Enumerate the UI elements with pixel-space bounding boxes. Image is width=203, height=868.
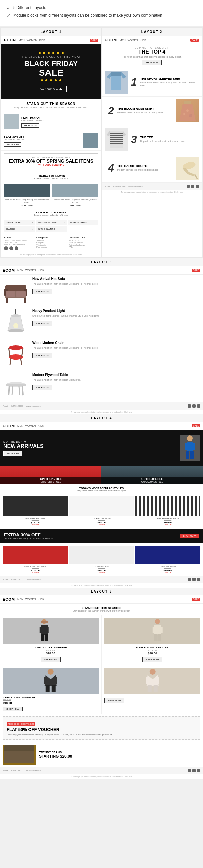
tshirt-image-3 (135, 546, 200, 564)
sofa-shop-button[interactable]: SHOP NOW (32, 289, 52, 294)
svg-rect-64 (44, 677, 47, 684)
layout2-nav-kids[interactable]: KIDS (140, 38, 146, 41)
svg-line-41 (22, 385, 23, 396)
svg-line-40 (8, 385, 9, 396)
layout2-nav-men[interactable]: MEN (120, 38, 125, 41)
svg-rect-59 (152, 627, 155, 633)
promo1-off: FLAT 30% OFF (22, 116, 98, 119)
layout5-nav-women[interactable]: WOMEN (25, 598, 36, 601)
layout4-nav-kids[interactable]: KIDS (37, 425, 44, 427)
tshirt-price-3: $100.00 (135, 569, 200, 572)
promo2-shop-button[interactable]: SHOP NOW (4, 142, 22, 147)
l3-facebook-icon (188, 404, 191, 408)
layout2-footer-about: About (105, 185, 110, 187)
layout4-shoes: UPTO 50% OFF ON SPORT SHOES UPTO 50% OFF… (0, 466, 203, 484)
tee-svg (105, 128, 128, 151)
layout1-sale-badge: SALE (90, 38, 98, 41)
layout3-nav-kids[interactable]: KIDS (37, 269, 44, 272)
layout4-styles: Vera Mode Shift Dress $295.00 $100.00 20… (0, 494, 203, 528)
twitter-icon (9, 247, 13, 250)
layout3-footer-phone: 0124-6128000 (10, 405, 23, 407)
denim-shop-button[interactable]: SHOP NOW (3, 451, 22, 456)
table-shop-button[interactable]: SHOP NOW (32, 385, 52, 390)
cat-item-2[interactable]: TROUSERS & JEANS › (36, 220, 66, 225)
layout4-sale-badge: SALE (192, 425, 200, 427)
new-product-2-shop[interactable]: SHOP NOW (52, 205, 98, 207)
layout5-nav-kids[interactable]: KIDS (37, 598, 44, 601)
bf-title: BLACK FRIDAY (5, 60, 97, 67)
layout1-footer-cats: Categories Software Gadgets TV & Audio P… (36, 236, 66, 250)
layout2-nav-women[interactable]: WOMEN (127, 38, 138, 41)
table-info: Modern Plywood Table The Latest Addition… (32, 373, 200, 390)
chair-shop-button[interactable]: SHOP NOW (32, 353, 52, 358)
cat-item-4[interactable]: BLAZERS › (4, 226, 35, 232)
product2-name: THE BLOOM ROSE SKIRT (117, 107, 173, 111)
svg-point-7 (183, 113, 185, 115)
svg-rect-55 (45, 634, 48, 641)
layout1-standout: STAND OUT THIS SEASON Stay ahead of the … (1, 99, 101, 112)
l5-product1-shop-button[interactable]: SHOP NOW (40, 657, 61, 662)
summer-shop-button[interactable]: SHOP NOW (142, 60, 162, 65)
svg-rect-66 (46, 685, 50, 692)
l5-standout-title: STAND OUT THIS SEASON (3, 606, 200, 610)
extra30-button[interactable]: SHOP NOW (180, 533, 199, 538)
layout4-col: ECOM MEN WOMEN KIDS SALE DO THE DENIM NE… (0, 422, 203, 588)
layout3-nav-women[interactable]: WOMEN (25, 269, 36, 272)
svg-line-43 (19, 386, 20, 396)
main-wrapper: ✓ 5 Different Layouts ✓ Module blocks fr… (0, 0, 203, 779)
pendant-shop-button[interactable]: SHOP NOW (32, 321, 52, 326)
layout1-hero: THE BIGGEST SALE OF THE YEAR BLACK FRIDA… (1, 44, 101, 99)
spring-sale-extra: EXTRA 30% OFF SPRING SALE ITEMS (7, 158, 95, 164)
chair-name: Wood Modern Chair (32, 341, 200, 345)
layout3-product-2: Heavy Pendant Light Shop our So Items . … (0, 307, 203, 338)
layout1-footer-address: ECOM No.123, Test Tower Street,New York,… (4, 236, 34, 250)
promo1-text: FLAT 30% OFF ON CASUAL SHIRTS SHOP NOW (22, 116, 98, 127)
layout3-footer-site: cavewebsim.com (26, 405, 41, 407)
layout4-nav-men[interactable]: MEN (18, 425, 23, 427)
layout3-nav-men[interactable]: MEN (18, 269, 23, 272)
promo1-shop-button[interactable]: SHOP NOW (22, 123, 39, 127)
layout1-nav-kids[interactable]: KIDS (39, 38, 45, 41)
bulb-7 (41, 80, 43, 82)
layout1-nav-men[interactable]: MEN (19, 38, 25, 41)
layout2-sale-badge: SALE (191, 38, 199, 41)
style-off-2: 20% Off (69, 524, 134, 526)
cat-item-5[interactable]: SUITS & BLAZERS › (36, 226, 66, 232)
vneck-shop-button-1[interactable]: SHOP NOW (3, 707, 23, 711)
cat-arrow-3: › (95, 221, 96, 224)
trendy-info: TRENDY JEANS STARTING $20.00 (39, 751, 72, 758)
layout4-nav-women[interactable]: WOMEN (25, 425, 36, 427)
bf-cta-button[interactable]: Just 100% Deals ▶ (36, 86, 66, 92)
bulb-11 (59, 80, 61, 82)
cat-arrow-5: › (64, 228, 65, 231)
product3-info: THE TEE Upgrade with fresh tees in strip… (140, 136, 199, 143)
svg-point-31 (13, 323, 19, 328)
cat-item-3[interactable]: SHORTS & SHIRTS › (67, 220, 98, 225)
layout1-nav-women[interactable]: WOMEN (27, 38, 37, 41)
layout2-footer-note: To manage your subscription preferences … (102, 190, 202, 194)
layout2-footer-phone: 0124-6128000 (113, 185, 125, 187)
vneck-shop-button-2[interactable]: SHOP NOW (105, 698, 124, 703)
tshirt-off-3: 20% Off (135, 572, 200, 574)
promo2-off: FLAT 30% OFF (4, 135, 81, 138)
cat-item-1[interactable]: CASUAL SHIRTS › (4, 220, 35, 225)
model-svg (180, 435, 200, 461)
l3-instagram-icon (197, 404, 200, 408)
table-svg (3, 373, 29, 399)
layout4-extra30: EXTRA 30% OFF ON ORDERS ABOVE $22 ON NEW… (0, 529, 203, 543)
layout3-sale-badge: SALE (192, 269, 200, 272)
style-price-2: $100.00 (69, 521, 134, 524)
l5-model1-svg (3, 618, 99, 644)
product2-image (176, 99, 199, 122)
spring-sale-code: WITH CODE SUNSHINE (7, 164, 95, 166)
svg-rect-71 (147, 685, 151, 692)
l5-product2-shop-button[interactable]: SHOP NOW (142, 657, 163, 662)
new-product-1-shop[interactable]: SHOP NOW (4, 205, 50, 207)
svg-line-19 (195, 175, 197, 179)
product2-num: 2 (108, 105, 114, 117)
layout1-new-products: New on the Block: Keep it sharp with the… (1, 182, 101, 209)
tshirt-off-2: 20% Off (69, 572, 134, 574)
layout2-social (186, 185, 199, 188)
layout5-nav-men[interactable]: MEN (18, 598, 23, 601)
bulb-10 (55, 80, 57, 82)
